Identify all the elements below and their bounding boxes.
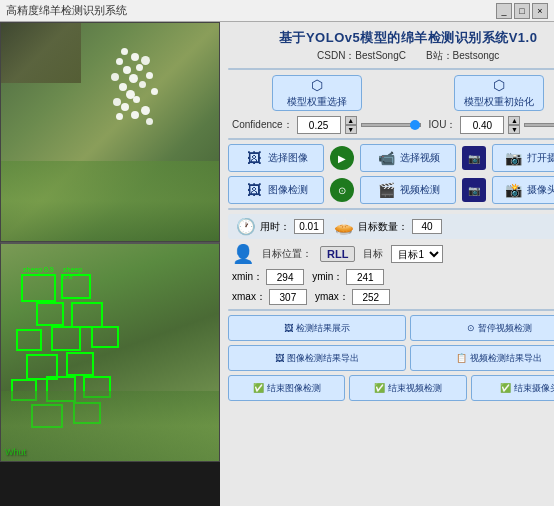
ymax-input[interactable] bbox=[352, 289, 390, 305]
finish-video-btn[interactable]: ✅ 结束视频检测 bbox=[349, 375, 466, 401]
clock-icon: 🕐 bbox=[236, 217, 256, 236]
confidence-down[interactable]: ▼ bbox=[345, 125, 357, 134]
sheep-dot bbox=[119, 83, 127, 91]
xmin-label: xmin： bbox=[232, 270, 263, 284]
ymin-group: ymin： bbox=[312, 269, 384, 285]
play-video-btn[interactable]: ⊙ bbox=[330, 178, 354, 202]
detect-image-btn[interactable]: 🖼 图像检测 bbox=[228, 176, 324, 204]
model-load-select-btn[interactable]: ⬡ 模型权重选择 bbox=[272, 75, 362, 111]
show-results-btn[interactable]: 🖼 检测结果展示 bbox=[228, 315, 406, 341]
sheep-dot bbox=[141, 56, 150, 65]
detection-box bbox=[16, 329, 42, 351]
xmin-input[interactable] bbox=[266, 269, 304, 285]
xmin-group: xmin： bbox=[232, 269, 304, 285]
sheep-dot bbox=[113, 98, 121, 106]
minimize-btn[interactable]: _ bbox=[496, 3, 512, 19]
export-image-btn[interactable]: 🖼 图像检测结果导出 bbox=[228, 345, 406, 371]
export-video-icon: 📋 bbox=[456, 353, 467, 363]
finish-camera-label: 结束摄像头 bbox=[514, 382, 554, 395]
confidence-spinner: ▲ ▼ bbox=[345, 116, 357, 134]
finish-camera-icon: ✅ bbox=[500, 383, 511, 393]
detection-box bbox=[66, 352, 94, 376]
finish-video-icon: ✅ bbox=[374, 383, 385, 393]
time-label: 用时： bbox=[260, 220, 290, 234]
terrain-bottom bbox=[1, 391, 219, 461]
cam-btn-1[interactable]: 📷 bbox=[462, 146, 486, 170]
xmax-label: xmax： bbox=[232, 290, 266, 304]
sheep-dot bbox=[116, 113, 123, 120]
finish-video-label: 结束视频检测 bbox=[388, 382, 442, 395]
confidence-up[interactable]: ▲ bbox=[345, 116, 357, 125]
divider-2 bbox=[228, 138, 554, 140]
export-image-icon: 🖼 bbox=[275, 353, 284, 363]
ymax-label: ymax： bbox=[315, 290, 349, 304]
pause-video-btn[interactable]: ⊙ 暂停视频检测 bbox=[410, 315, 554, 341]
terrain-grass bbox=[1, 161, 219, 241]
close-btn[interactable]: × bbox=[532, 3, 548, 19]
confidence-slider[interactable] bbox=[361, 123, 421, 127]
detect-video-icon: 🎬 bbox=[376, 180, 396, 200]
action-row-1: 🖼 选择图像 ▶ 📹 选择视频 📷 📷 打开摄像头 bbox=[224, 142, 554, 174]
detect-video-label: 视频检测 bbox=[400, 183, 440, 197]
title-bar: 高精度绵羊检测识别系统 _ □ × bbox=[0, 0, 554, 22]
ymin-input[interactable] bbox=[346, 269, 384, 285]
iou-slider[interactable] bbox=[524, 123, 554, 127]
divider-3 bbox=[228, 208, 554, 210]
detection-box bbox=[36, 302, 64, 326]
model-icon-1: ⬡ bbox=[311, 77, 323, 93]
show-results-icon: 🖼 bbox=[284, 323, 293, 333]
iou-up[interactable]: ▲ bbox=[508, 116, 520, 125]
time-value: 0.01 bbox=[294, 219, 324, 234]
select-video-btn[interactable]: 📹 选择视频 bbox=[360, 144, 456, 172]
xmax-group: xmax： bbox=[232, 289, 307, 305]
finish-image-btn[interactable]: ✅ 结束图像检测 bbox=[228, 375, 345, 401]
play-image-btn[interactable]: ▶ bbox=[330, 146, 354, 170]
author-b: B站：Bestsongc bbox=[426, 49, 499, 63]
ymax-group: ymax： bbox=[315, 289, 390, 305]
target-label: 目标 bbox=[363, 247, 383, 261]
confidence-label: Confidence： bbox=[232, 118, 293, 132]
finish-camera-btn[interactable]: ✅ 结束摄像头 bbox=[471, 375, 554, 401]
confidence-thumb[interactable] bbox=[410, 120, 420, 130]
sheep-dot bbox=[121, 103, 129, 111]
sheep-cluster-top bbox=[101, 48, 181, 148]
author-row: CSDN：BestSongC B站：Bestsongc bbox=[224, 49, 554, 66]
confidence-group: Confidence： ▲ ▼ bbox=[232, 116, 421, 134]
xmax-input[interactable] bbox=[269, 289, 307, 305]
iou-input[interactable] bbox=[460, 116, 504, 134]
sheep-dot bbox=[139, 81, 146, 88]
iou-down[interactable]: ▼ bbox=[508, 125, 520, 134]
finish-image-icon: ✅ bbox=[253, 383, 264, 393]
scene-bottom: sheep 0.9 sheep 0.8 Whut bbox=[1, 244, 219, 461]
main-container: sheep 0.9 sheep 0.8 Whut bbox=[0, 22, 554, 506]
open-camera-btn[interactable]: 📷 打开摄像头 bbox=[492, 144, 554, 172]
video-top bbox=[0, 22, 220, 242]
window-title: 高精度绵羊检测识别系统 bbox=[6, 3, 496, 18]
show-results-label: 检测结果展示 bbox=[296, 322, 350, 335]
bottom-btns-row-1: 🖼 检测结果展示 ⊙ 暂停视频检测 bbox=[224, 313, 554, 343]
select-image-label: 选择图像 bbox=[268, 151, 308, 165]
window-controls[interactable]: _ □ × bbox=[496, 3, 548, 19]
maximize-btn[interactable]: □ bbox=[514, 3, 530, 19]
export-video-btn[interactable]: 📋 视频检测结果导出 bbox=[410, 345, 554, 371]
detection-box: sheep 0.9 bbox=[21, 274, 56, 302]
cam-btn-2[interactable]: 📷 bbox=[462, 178, 486, 202]
detect-camera-btn[interactable]: 📸 摄像头检测 bbox=[492, 176, 554, 204]
person-icon: 👤 bbox=[232, 243, 254, 265]
model-icon-2: ⬡ bbox=[493, 77, 505, 93]
sheep-dot bbox=[121, 48, 128, 55]
target-count-item: 🥧 目标数量： 40 bbox=[334, 217, 442, 236]
left-panel: sheep 0.9 sheep 0.8 Whut bbox=[0, 22, 220, 506]
sheep-dot bbox=[151, 88, 158, 95]
sheep-dot bbox=[146, 118, 153, 125]
pause-video-icon: ⊙ bbox=[467, 323, 475, 333]
select-image-btn[interactable]: 🖼 选择图像 bbox=[228, 144, 324, 172]
scene-top bbox=[1, 23, 219, 241]
iou-slider-container bbox=[524, 123, 554, 127]
sheep-dot bbox=[131, 53, 139, 61]
model-init-btn[interactable]: ⬡ 模型权重初始化 bbox=[454, 75, 544, 111]
detect-video-btn[interactable]: 🎬 视频检测 bbox=[360, 176, 456, 204]
confidence-input[interactable] bbox=[297, 116, 341, 134]
pie-icon: 🥧 bbox=[334, 217, 354, 236]
target-select[interactable]: 目标1 目标2 bbox=[391, 245, 443, 263]
